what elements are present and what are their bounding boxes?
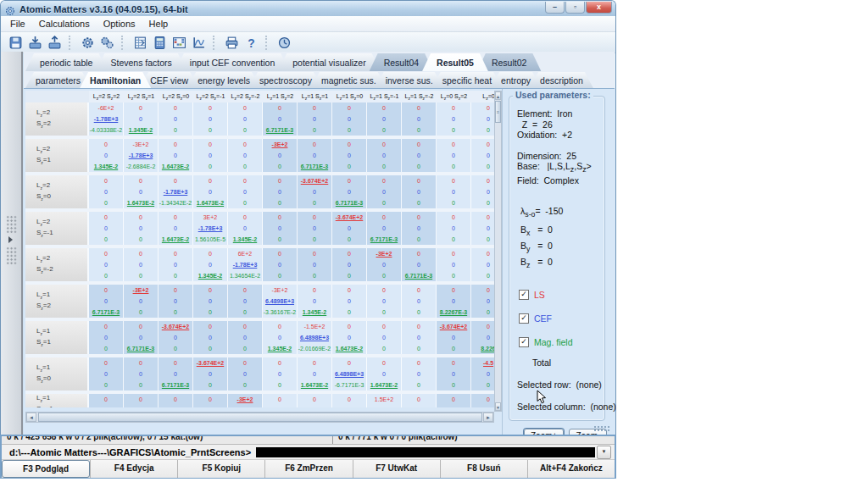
matrix-cell[interactable]: 0 (437, 114, 471, 125)
matrix-cell[interactable]: 0 (124, 234, 159, 245)
matrix-cell[interactable]: 1.345E-2 (298, 307, 332, 318)
horizontal-scroll-thumb[interactable] (38, 413, 482, 422)
matrix-cell[interactable]: 0 (437, 259, 471, 270)
matrix-cell[interactable]: 0 (471, 285, 494, 296)
matrix-cell[interactable]: 0 (263, 161, 298, 172)
scroll-down-icon[interactable]: ▼ (495, 402, 501, 411)
matrix-cell[interactable]: 0 (402, 125, 437, 136)
tab-periodic-table[interactable]: periodic table (25, 53, 107, 71)
matrix-cell[interactable]: 0 (471, 405, 494, 407)
matrix-cell[interactable]: 0 (89, 405, 124, 407)
matrix-cell[interactable]: 0 (332, 186, 367, 197)
matrix-col-header[interactable]: Lz=1 Sz=-2 (402, 91, 437, 102)
expand-panel-arrow-icon[interactable] (8, 236, 13, 243)
subtab-description[interactable]: description (530, 72, 593, 88)
matrix-cell[interactable]: 0 (89, 234, 124, 245)
matrix-cell[interactable]: 0 (124, 186, 159, 197)
matrix-cell[interactable]: 0 (298, 212, 332, 223)
matrix-cell[interactable]: 0 (263, 332, 298, 343)
subtab-magnetic-sus[interactable]: magnetic sus. (311, 72, 387, 88)
matrix-cell[interactable]: 0 (89, 197, 124, 208)
matrix-cell[interactable]: 0 (193, 321, 228, 332)
matrix-cell[interactable]: -3.674E+2 (437, 321, 471, 332)
matrix-cell[interactable]: 0 (437, 102, 471, 114)
matrix-cell[interactable]: 0 (402, 380, 437, 391)
matrix-cell[interactable]: 0 (263, 259, 298, 270)
matrix-cell[interactable]: 0 (263, 405, 298, 407)
matrix-cell[interactable]: 1.34654E-2 (228, 270, 263, 281)
matrix-cell[interactable]: 0 (263, 114, 298, 125)
matrix-cell[interactable]: 0 (332, 248, 367, 259)
matrix-cell[interactable]: 0 (124, 212, 159, 223)
matrix-cell[interactable]: 0 (228, 186, 263, 197)
matrix-cell[interactable]: 0 (437, 125, 471, 136)
matrix-cell[interactable]: 0 (332, 161, 367, 172)
matrix-cell[interactable]: 0 (402, 161, 437, 172)
matrix-cell[interactable]: 0 (124, 248, 159, 259)
matrix-cell[interactable]: 0 (471, 307, 494, 318)
matrix-cell[interactable]: 0 (228, 296, 263, 307)
matrix-cell[interactable]: 0 (471, 186, 494, 197)
matrix-cell[interactable]: 0 (228, 357, 263, 368)
matrix-cell[interactable]: 1.56105E-5 (193, 234, 228, 245)
matrix-cell[interactable]: 1.6473E-2 (124, 197, 159, 208)
matrix-cell[interactable]: 0 (159, 405, 193, 407)
matrix-cell[interactable]: 0 (332, 223, 367, 234)
matrix-cell[interactable]: 0 (367, 212, 402, 223)
menu-file[interactable]: File (3, 17, 32, 30)
matrix-cell[interactable]: 0 (471, 234, 494, 245)
matrix-cell[interactable]: 0 (193, 125, 228, 136)
fkey-f8-usu[interactable]: F8 Usuń (440, 460, 527, 478)
matrix-cell[interactable]: -4.5 (471, 357, 494, 368)
matrix-cell[interactable]: 0 (402, 296, 437, 307)
matrix-col-header[interactable]: Lz=2 Sz=0 (159, 91, 193, 102)
matrix-cell[interactable]: -3E+2 (124, 285, 159, 296)
matrix-cell[interactable]: 0 (471, 125, 494, 136)
matrix-cell[interactable]: -6.7171E-3 (332, 380, 367, 391)
matrix-cell[interactable]: 0 (298, 405, 332, 407)
matrix-cell[interactable]: 6.7171E-3 (124, 343, 159, 354)
matrix-cell[interactable]: 0 (402, 248, 437, 259)
matrix-cell[interactable]: 0 (437, 394, 471, 405)
matrix-cell[interactable]: 0 (193, 368, 228, 380)
matrix-cell[interactable]: -1.78E+3 (159, 186, 193, 197)
matrix-cell[interactable]: 1.345E-2 (263, 343, 298, 354)
matrix-cell[interactable]: 0 (228, 368, 263, 380)
matrix-cell[interactable]: 0 (367, 139, 402, 150)
splitter-grip[interactable] (6, 247, 17, 265)
matrix-cell[interactable]: 0 (124, 175, 159, 186)
matrix-cell[interactable]: 0 (437, 285, 471, 296)
matrix-cell[interactable]: 0 (263, 223, 298, 234)
matrix-cell[interactable]: 0 (402, 212, 437, 223)
matrix-cell[interactable]: 0 (367, 332, 402, 343)
matrix-cell[interactable]: 0 (159, 296, 193, 307)
matrix-cell[interactable]: 0 (159, 150, 193, 161)
matrix-cell[interactable]: -1.78E+3 (124, 150, 159, 161)
matrix-cell[interactable]: 0 (402, 321, 437, 332)
settings-icon[interactable] (78, 34, 97, 51)
matrix-cell[interactable]: 0 (89, 248, 124, 259)
matrix-cell[interactable]: 0 (193, 285, 228, 296)
matrix-cell[interactable]: 0 (471, 270, 494, 281)
matrix-cell[interactable]: -3E+2 (263, 285, 298, 296)
matrix-cell[interactable]: 0 (298, 186, 332, 197)
matrix-cell[interactable]: 0 (367, 285, 402, 296)
matrix-cell[interactable]: 1.345E-2 (124, 125, 159, 136)
matrix-cell[interactable]: 0 (402, 114, 437, 125)
matrix-cell[interactable]: 0 (367, 125, 402, 136)
matrix-cell[interactable]: 0 (437, 380, 471, 391)
matrix-cell[interactable]: 0 (402, 259, 437, 270)
matrix-cell[interactable]: -1.5E+2 (298, 321, 332, 332)
vertical-scroll-thumb[interactable]: ≡ (495, 101, 501, 123)
matrix-row-label[interactable]: Lz=1Sz=-1 (25, 394, 89, 407)
matrix-cell[interactable]: 0 (471, 332, 494, 343)
matrix-cell[interactable]: 0 (263, 248, 298, 259)
matrix-cell[interactable]: 0 (159, 394, 193, 405)
matrix-cell[interactable]: 3E+2 (193, 212, 228, 223)
matrix-cell[interactable]: 0 (263, 234, 298, 245)
matrix-vertical-scrollbar[interactable]: ▲ ≡ ▼ (494, 91, 502, 412)
matrix-cell[interactable]: 0 (159, 248, 193, 259)
matrix-cell[interactable]: 0 (228, 223, 263, 234)
close-button[interactable]: x (586, 2, 612, 14)
matrix-cell[interactable]: -3E+2 (124, 139, 159, 150)
